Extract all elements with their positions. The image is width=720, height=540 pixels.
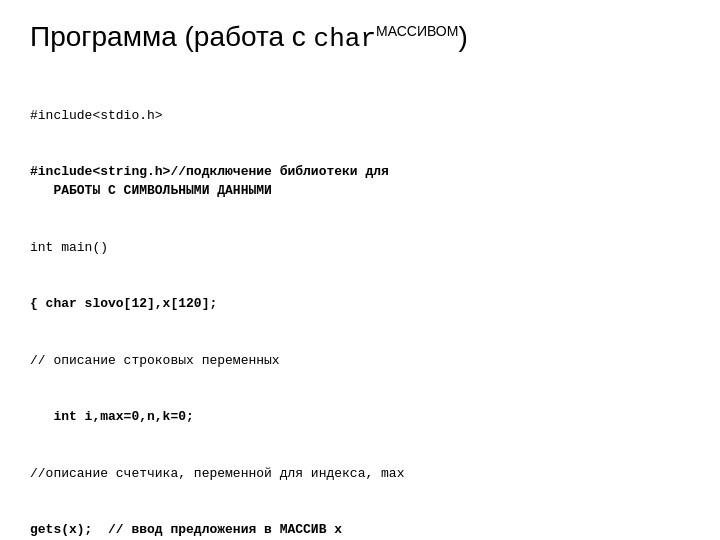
title-mono: char [314, 24, 376, 54]
code-line-8: gets(x); // ввод предложения в МАССИВ x [30, 521, 690, 540]
code-line-1: #include<stdio.h> [30, 107, 690, 126]
slide: Программа (работа с charМАССИВОМ) #inclu… [0, 0, 720, 540]
title-superscript: МАССИВОМ [376, 23, 458, 39]
code-line-5: // описание строковых переменных [30, 352, 690, 371]
slide-title: Программа (работа с charМАССИВОМ) [30, 20, 690, 55]
title-suffix: ) [458, 21, 467, 52]
code-line-2: #include<string.h>//подключение библиоте… [30, 163, 690, 201]
code-line-7: //описание счетчика, переменной для инде… [30, 465, 690, 484]
title-prefix: Программа (работа с [30, 21, 314, 52]
code-line-3: int main() [30, 239, 690, 258]
code-line-4: { char slovo[12],x[120]; [30, 295, 690, 314]
code-line-6: int i,max=0,n,k=0; [30, 408, 690, 427]
code-block: #include<stdio.h> #include<string.h>//по… [30, 69, 690, 540]
